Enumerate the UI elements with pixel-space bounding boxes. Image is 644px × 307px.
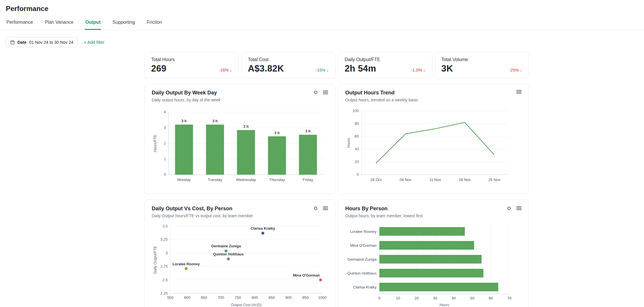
date-filter-button[interactable]: Date 01 Nov 24 to 30 Nov 24 [6,37,78,47]
svg-text:20: 20 [355,160,359,164]
tab-friction[interactable]: Friction [146,17,162,30]
calendar-icon [10,40,15,45]
kpi-card-daily-output-fte: Daily Output/FTE 2h 54m -1.0% ↓ [338,52,432,78]
kpi-title: Total Volume [442,57,522,62]
svg-text:50: 50 [470,296,474,300]
svg-text:2: 2 [164,141,166,145]
svg-text:Clarisa Kratky: Clarisa Kratky [353,285,377,289]
svg-text:650: 650 [201,295,207,300]
kpi-value: A$3.82K [248,63,284,74]
kpi-row: Total Hours 269 -16% ↓ Total Cost A$3.82… [144,52,529,78]
kpi-value: 3K [442,63,453,74]
kpi-value: 269 [151,63,167,74]
svg-text:600: 600 [184,295,190,300]
svg-text:70: 70 [507,296,511,300]
performance-dashboard-page: Performance Performance Plan Variance Ou… [0,0,644,307]
svg-text:Friday: Friday [303,178,314,182]
svg-text:0: 0 [164,172,166,177]
svg-text:Germaine Zuniga: Germaine Zuniga [211,244,241,248]
svg-text:40: 40 [452,296,456,300]
svg-text:40: 40 [355,147,359,151]
svg-text:Germaine Zuniga: Germaine Zuniga [348,257,377,262]
svg-text:Loralee Rooney: Loralee Rooney [350,229,377,234]
chart-card-daily-output-vs-cost: Daily Output Vs Cost, By Person Daily Ou… [144,200,335,307]
svg-text:3 h: 3 h [212,119,218,123]
chart-header: Daily Output Vs Cost, By Person Daily Ou… [152,206,328,218]
svg-text:4: 4 [164,110,166,114]
svg-text:Hours: Hours [439,303,449,307]
svg-text:Clarisa Kratky: Clarisa Kratky [251,226,275,231]
kpi-card-total-cost: Total Cost A$3.82K -15% ↓ [241,52,336,78]
kpi-value: 2h 54m [345,63,376,74]
svg-text:100: 100 [352,109,359,113]
svg-text:3 h: 3 h [305,129,311,133]
kpi-delta: -25% ↓ [509,68,522,72]
tab-supporting[interactable]: Supporting [112,17,135,30]
line-chart-output-hours-trend: 020406080100Hours28 Oct04 Nov11 Nov18 No… [345,106,522,186]
menu-icon[interactable] [323,90,328,94]
dashboard-content: Total Hours 269 -16% ↓ Total Cost A$3.82… [144,52,529,307]
chart-subtitle: Output hours, trended on a weekly basis [345,98,522,102]
tab-output[interactable]: Output [85,17,101,30]
svg-text:80: 80 [355,121,359,126]
tab-bar: Performance Plan Variance Output Support… [0,17,644,30]
kpi-title: Total Hours [151,57,232,62]
scatter-chart-output-vs-cost: 2.252.52.7533.253.5550600650700750800850… [152,222,328,307]
kpi-card-total-volume: Total Volume 3K -25% ↓ [435,52,529,78]
settings-gear-icon[interactable] [313,90,318,95]
menu-icon[interactable] [516,206,522,210]
svg-text:Quinton Holthaus: Quinton Holthaus [348,271,377,275]
kpi-delta: -16% ↓ [219,68,232,72]
svg-text:Daily Output/FTE: Daily Output/FTE [153,246,157,274]
tab-performance[interactable]: Performance [6,17,34,30]
svg-text:11 Nov: 11 Nov [429,178,441,182]
chart-subtitle: Output hours, by team member, lowest fir… [345,213,522,218]
chart-header: Output Hours Trend Output hours, trended… [345,90,522,102]
chart-subtitle: Daily Output hours/FTE vs output cost, b… [152,213,328,218]
chart-card-hours-by-person: Hours By Person Output hours, by team me… [338,200,529,307]
kpi-card-total-hours: Total Hours 269 -16% ↓ [144,52,239,78]
svg-text:Thursday: Thursday [269,178,285,182]
svg-text:2.25: 2.25 [160,291,168,295]
svg-text:3: 3 [164,125,166,130]
svg-text:2.5: 2.5 [162,278,168,282]
kpi-title: Total Cost [248,57,329,62]
tab-plan-variance[interactable]: Plan Variance [44,17,74,30]
chart-grid: Daily Output By Week Day Daily output ho… [144,84,529,307]
svg-text:950: 950 [302,295,309,300]
kpi-delta: -15% ↓ [316,68,329,72]
chart-title: Daily Output By Week Day [152,90,328,96]
svg-text:3 h: 3 h [181,119,187,123]
settings-gear-icon[interactable] [313,206,318,211]
chart-title: Daily Output Vs Cost, By Person [152,206,328,212]
menu-icon[interactable] [516,90,522,94]
svg-text:3 h: 3 h [274,131,280,135]
svg-text:0: 0 [378,296,380,300]
chart-title: Output Hours Trend [345,90,522,96]
svg-text:18 Nov: 18 Nov [459,178,471,182]
menu-icon[interactable] [323,206,328,210]
hbar-chart-hours-by-person: 010203040506070Loralee RooneyMina O'Gorm… [345,222,522,307]
svg-text:Mina O'Gorman: Mina O'Gorman [293,273,320,277]
date-filter-label: Date [17,40,26,45]
settings-gear-icon[interactable] [506,206,512,211]
svg-text:30: 30 [433,296,437,300]
svg-text:900: 900 [285,295,292,300]
svg-text:3: 3 [166,251,168,255]
svg-text:Loralee Rooney: Loralee Rooney [173,262,200,266]
page-title: Performance [0,0,644,13]
svg-text:60: 60 [489,296,493,300]
svg-text:Output Cost (AUD): Output Cost (AUD) [231,303,262,307]
chart-title: Hours By Person [345,206,522,212]
filter-bar: Date 01 Nov 24 to 30 Nov 24 + Add filter [0,30,644,48]
svg-text:25 Nov: 25 Nov [488,178,500,182]
svg-text:3.25: 3.25 [160,237,168,242]
svg-text:Hours/FTE: Hours/FTE [153,135,157,152]
svg-text:04 Nov: 04 Nov [399,178,412,182]
svg-text:Quinton Holthaus: Quinton Holthaus [213,252,244,256]
chart-header: Daily Output By Week Day Daily output ho… [152,90,328,102]
svg-text:60: 60 [355,134,359,138]
svg-text:2.75: 2.75 [160,264,168,268]
add-filter-button[interactable]: + Add filter [84,40,104,45]
svg-text:1: 1 [164,157,166,161]
